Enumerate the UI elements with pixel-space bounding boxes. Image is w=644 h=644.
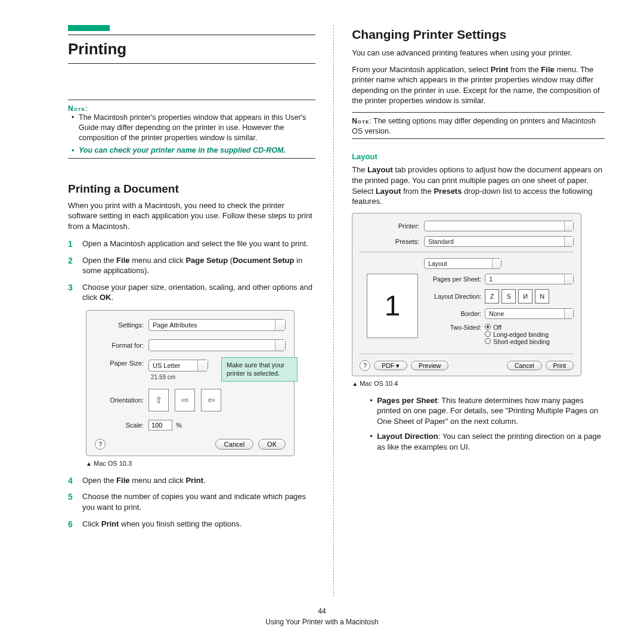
cancel-button[interactable]: Cancel (215, 439, 253, 450)
orientation-label: Orientation: (95, 397, 148, 404)
accent-bar (68, 25, 110, 31)
preview-button[interactable]: Preview (411, 361, 448, 370)
settings-label: Settings: (95, 321, 148, 329)
help-icon[interactable]: ? (360, 360, 370, 371)
right-column: Changing Printer Settings You can use ad… (334, 25, 623, 596)
right-note-rule-top (352, 112, 605, 113)
note-label: Note (68, 104, 85, 113)
step-1: Open a Macintosh application and select … (68, 239, 315, 249)
border-label: Border: (424, 310, 485, 317)
section-intro: When you print with a Macintosh, you nee… (68, 200, 315, 232)
right-note-rule-bottom (352, 138, 605, 139)
note-rule-bottom (68, 158, 315, 159)
step-6: Click Print when you finish setting the … (68, 519, 315, 530)
section-heading: Printing a Document (68, 182, 315, 196)
note-item-emph: You can check your printer name in the s… (72, 145, 315, 156)
cancel-button[interactable]: Cancel (507, 361, 542, 370)
callout-printer-selected: Make sure that your printer is selected. (221, 357, 298, 382)
note-rule-top (68, 100, 315, 100)
orientation-landscape[interactable]: ⇨ (175, 389, 195, 411)
format-for-combo[interactable]: ▴▾ (148, 339, 286, 351)
note-block: Note: The Macintosh printer's properties… (68, 104, 315, 156)
border-combo[interactable]: None▴▾ (485, 308, 574, 319)
orientation-portrait[interactable]: ⇧ (148, 389, 169, 411)
dialog2-caption: ▲ Mac OS 10.4 (352, 380, 605, 387)
ok-button[interactable]: OK (258, 439, 286, 450)
paper-size-combo[interactable]: US Letter▴▾ (148, 360, 208, 371)
page-setup-dialog: Settings: Page Attributes▴▾ Format for: … (86, 310, 295, 456)
running-footer: Using Your Printer with a Macintosh (0, 617, 644, 627)
bullet-pps: Pages per Sheet: This feature determines… (371, 395, 605, 427)
two-sided-label: Two-Sided: (424, 324, 485, 331)
pps-combo[interactable]: 1▴▾ (485, 274, 574, 284)
presets-label: Presets: (360, 238, 424, 245)
dir-option-1[interactable]: Z (485, 289, 499, 304)
printer-combo[interactable]: ▴▾ (424, 221, 574, 231)
scale-input[interactable] (148, 420, 172, 431)
right-intro-1: You can use advanced printing features w… (352, 48, 605, 58)
dir-option-4[interactable]: N (535, 289, 549, 304)
right-note: Note: The setting options may differ dep… (352, 116, 605, 137)
step-3: Choose your paper size, orientation, sca… (68, 282, 315, 303)
right-intro-2: From your Macintosh application, select … (352, 64, 605, 106)
print-button[interactable]: Print (546, 361, 574, 370)
step-2: Open the File menu and click Page Setup … (68, 255, 315, 276)
left-column: Printing Note: The Macintosh printer's p… (21, 25, 334, 596)
layout-body: The Layout tab provides options to adjus… (352, 165, 605, 206)
print-dialog: Printer: ▴▾ Presets: Standard▴▾ Layout▴▾… (352, 213, 581, 376)
layout-preview: 1 (367, 274, 418, 338)
layout-subhead: Layout (352, 152, 605, 161)
orientation-landscape-rev[interactable]: ⇦ (201, 389, 221, 411)
panel-combo[interactable]: Layout▴▾ (424, 258, 501, 269)
step-5: Choose the number of copies you want and… (68, 491, 315, 512)
title-rule-bottom (68, 63, 315, 64)
format-for-label: Format for: (95, 342, 148, 349)
right-title: Changing Printer Settings (352, 27, 605, 42)
paper-size-label: Paper Size: (95, 360, 148, 367)
printer-label: Printer: (360, 222, 424, 230)
pps-label: Pages per Sheet: (424, 275, 485, 283)
page-number: 44 (0, 606, 644, 617)
note-item: The Macintosh printer's properties windo… (72, 113, 315, 143)
two-sided-long[interactable]: Long-edged binding (485, 331, 550, 338)
step-4: Open the File menu and click Print. (68, 475, 315, 486)
settings-combo[interactable]: Page Attributes▴▾ (148, 319, 286, 331)
page-title: Printing (68, 40, 315, 58)
pdf-menu-button[interactable]: PDF ▾ (374, 361, 407, 370)
dir-label: Layout Direction: (424, 293, 485, 300)
title-rule-top (68, 35, 315, 35)
two-sided-off[interactable]: Off (485, 324, 550, 331)
two-sided-short[interactable]: Short-edged binding (485, 338, 550, 345)
help-icon[interactable]: ? (95, 439, 106, 450)
dialog-caption: ▲ Mac OS 10.3 (86, 460, 315, 467)
scale-label: Scale: (95, 422, 148, 429)
bullet-dir: Layout Direction: You can select the pri… (371, 431, 605, 452)
scale-suffix: % (176, 422, 182, 429)
presets-combo[interactable]: Standard▴▾ (424, 236, 574, 247)
dir-option-3[interactable]: И (518, 289, 532, 304)
dir-option-2[interactable]: S (501, 289, 516, 304)
page-footer: 44 Using Your Printer with a Macintosh (0, 606, 644, 627)
